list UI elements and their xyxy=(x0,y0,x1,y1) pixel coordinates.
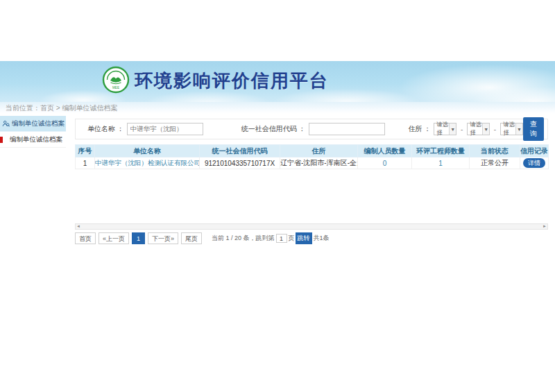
last-page-button[interactable]: 尾页 xyxy=(181,232,202,244)
pagination: 首页 «上一页 1 下一页» 尾页 当前 1 / 20 条，跳到第 页 跳转 共… xyxy=(75,232,548,244)
credit-code-value: 91210104335710717X xyxy=(200,157,280,169)
table-row: 1 中谱华宇（沈阳）检测认证有限公司 91210104335710717X 辽宁… xyxy=(76,157,549,169)
col-engineer-count: 环评工程师数量 xyxy=(412,145,470,157)
sidebar: 编制单位诚信档案 编制单位诚信档案 xyxy=(0,116,66,148)
col-status: 当前状态 xyxy=(470,145,520,157)
col-address: 住所 xyxy=(280,145,358,157)
col-index: 序号 xyxy=(76,145,95,157)
page-1-button[interactable]: 1 xyxy=(132,232,145,244)
horizontal-scrollbar[interactable]: ◄ ► xyxy=(75,223,548,230)
status-value: 正常公开 xyxy=(470,157,520,169)
sidebar-item-label: 编制单位诚信档案 xyxy=(10,135,62,144)
table-header-row: 序号 单位名称 统一社会信用代码 住所 编制人员数量 环评工程师数量 当前状态 … xyxy=(76,145,549,157)
page-info: 当前 1 / 20 条，跳到第 xyxy=(212,234,275,243)
next-page-button[interactable]: 下一页» xyxy=(148,232,178,244)
search-form: 单位名称 ： 统一社会信用代码 ： 住所 ： 请选择 ▼ - 请选择 ▼ - 请… xyxy=(75,119,548,139)
credit-code-label: 统一社会信用代码 ： xyxy=(241,124,306,134)
address-label: 住所 ： xyxy=(409,124,432,134)
main-content: 单位名称 ： 统一社会信用代码 ： 住所 ： 请选择 ▼ - 请选择 ▼ - 请… xyxy=(75,115,548,244)
chevron-down-icon: ▼ xyxy=(482,123,489,135)
jump-button[interactable]: 跳转 xyxy=(296,232,312,244)
sidebar-item-credit-archive[interactable]: 编制单位诚信档案 xyxy=(0,116,66,132)
col-credit-code: 统一社会信用代码 xyxy=(200,145,280,157)
unit-name-input[interactable] xyxy=(127,123,203,135)
site-banner: MEE 环境影响评价信用平台 xyxy=(0,61,555,102)
scroll-right-icon[interactable]: ► xyxy=(542,224,547,229)
select-separator: - xyxy=(461,126,463,133)
page-word: 页 xyxy=(289,234,295,243)
search-button[interactable]: 查询 xyxy=(523,117,544,141)
svg-text:MEE: MEE xyxy=(112,86,119,90)
sidebar-subitem-credit-archive[interactable]: 编制单位诚信档案 xyxy=(0,132,66,148)
staff-count-link[interactable]: 0 xyxy=(383,160,387,167)
city-select[interactable]: 请选择 ▼ xyxy=(467,123,490,135)
results-area: 序号 单位名称 统一社会信用代码 住所 编制人员数量 环评工程师数量 当前状态 … xyxy=(75,144,548,230)
col-unit-name: 单位名称 xyxy=(95,145,200,157)
address-value: 辽宁省-沈阳市-浑南区-全运五路35-1号楼902 xyxy=(280,157,358,169)
scroll-left-icon[interactable]: ◄ xyxy=(76,224,81,229)
chevron-down-icon: ▼ xyxy=(449,123,456,135)
prev-page-button[interactable]: «上一页 xyxy=(99,232,129,244)
chevron-down-icon: ▼ xyxy=(515,123,522,135)
col-staff-count: 编制人员数量 xyxy=(358,145,412,157)
active-marker xyxy=(0,137,3,143)
site-title: 环境影响评价信用平台 xyxy=(135,69,329,93)
select-separator: - xyxy=(494,126,496,133)
detail-button[interactable]: 详情 xyxy=(523,158,545,168)
province-select[interactable]: 请选择 ▼ xyxy=(434,123,456,135)
mee-logo-icon: MEE xyxy=(102,66,130,94)
sidebar-item-label: 编制单位诚信档案 xyxy=(12,119,65,128)
jump-page-input[interactable] xyxy=(276,234,287,243)
breadcrumb: 当前位置：首页 > 编制单位诚信档案 xyxy=(0,102,555,114)
user-search-icon xyxy=(2,120,10,128)
credit-code-input[interactable] xyxy=(309,123,385,135)
engineer-count-link[interactable]: 1 xyxy=(438,160,443,167)
district-select[interactable]: 请选择 ▼ xyxy=(500,123,523,135)
results-table: 序号 单位名称 统一社会信用代码 住所 编制人员数量 环评工程师数量 当前状态 … xyxy=(75,144,549,169)
first-page-button[interactable]: 首页 xyxy=(75,232,96,244)
unit-name-label: 单位名称 ： xyxy=(87,124,124,134)
page: MEE 环境影响评价信用平台 当前位置：首页 > 编制单位诚信档案 编制单位诚信… xyxy=(0,0,555,392)
row-index: 1 xyxy=(76,157,95,169)
total-count: 共1条 xyxy=(314,234,330,243)
unit-name-link[interactable]: 中谱华宇（沈阳）检测认证有限公司 xyxy=(95,159,200,167)
col-credit-record: 信用记录 xyxy=(520,145,549,157)
